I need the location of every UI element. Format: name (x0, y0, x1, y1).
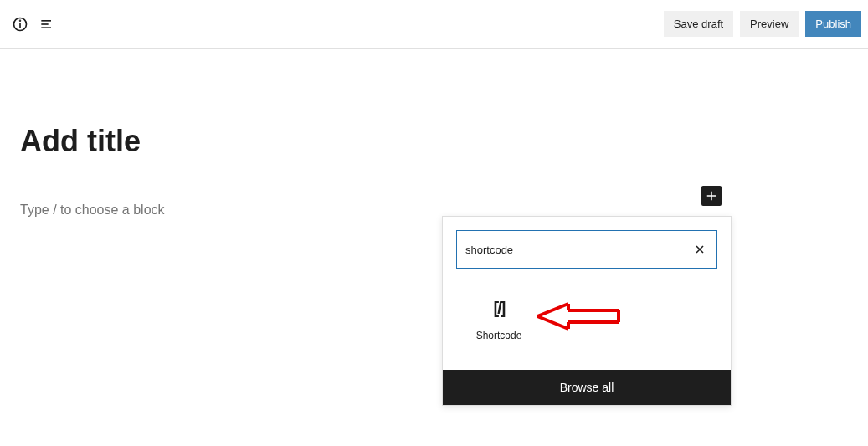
block-item-shortcode[interactable]: [/] Shortcode (456, 290, 542, 350)
preview-button[interactable]: Preview (740, 11, 799, 37)
search-box (456, 230, 717, 269)
svg-point-2 (20, 20, 21, 21)
search-wrapper (443, 217, 731, 282)
add-block-button[interactable] (701, 186, 722, 206)
block-item-label: Shortcode (456, 330, 542, 341)
block-inserter-panel: [/] Shortcode Browse all (442, 216, 732, 406)
save-draft-button[interactable]: Save draft (664, 11, 733, 37)
toolbar-left (7, 14, 57, 34)
shortcode-icon: [/] (456, 299, 542, 318)
toolbar-right: Save draft Preview Publish (664, 11, 861, 37)
clear-search-icon[interactable] (691, 241, 708, 258)
info-icon[interactable] (10, 14, 30, 34)
block-search-input[interactable] (465, 244, 691, 256)
editor-canvas: Type / to choose a block (0, 49, 868, 218)
publish-button[interactable]: Publish (805, 11, 861, 37)
block-results: [/] Shortcode (443, 282, 731, 370)
browse-all-button[interactable]: Browse all (443, 370, 731, 405)
post-title-input[interactable] (20, 124, 522, 159)
top-toolbar: Save draft Preview Publish (0, 0, 868, 49)
list-view-icon[interactable] (37, 14, 57, 34)
